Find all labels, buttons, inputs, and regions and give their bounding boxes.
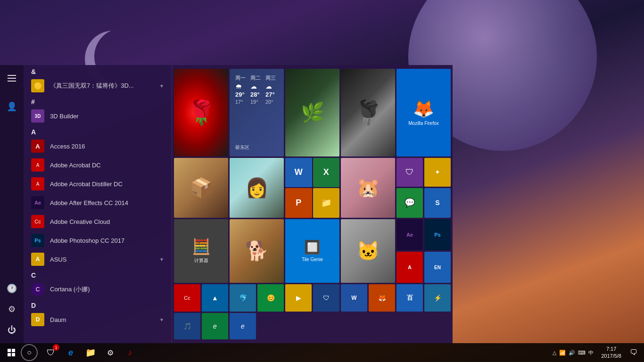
tile-calculator[interactable]: 🧮 计算器 (174, 219, 228, 283)
tray-volume-icon[interactable]: 🔊 (569, 350, 575, 356)
tile-firefox[interactable]: 🦊 Mozilla Firefox (396, 69, 451, 156)
app-item-photoshop[interactable]: Ps Adobe Photoshop CC 2017 (24, 231, 172, 250)
app-item-sanguo[interactable]: 🟡 《真三国无双7：猛将传》3D... ▼ (24, 76, 172, 95)
tile-star-app[interactable]: ✦ (424, 158, 451, 187)
tile-app-blue1[interactable]: ▲ (202, 284, 228, 312)
app-icon-3dbuilder: 3D (31, 109, 44, 123)
tile-en-input-small[interactable]: EN (424, 252, 451, 283)
app-item-3dbuilder[interactable]: 3D 3D Builder (24, 107, 172, 125)
weather-location: 蕲东区 (235, 144, 278, 151)
tile-thunder[interactable]: ⚡ (424, 284, 451, 312)
tile-yellow-app[interactable]: ▶ (285, 284, 312, 312)
tile-weather[interactable]: 周一 🌧 29° 17° 周二 ☁ 28° 19° 周三 (230, 69, 284, 156)
tile-powerpoint[interactable]: P (285, 188, 312, 217)
start-menu: 👤 🕐 ⚙ ⏻ & 🟡 《真三国无双7：猛将传》3D... ▼ # 3D 3D … (0, 65, 453, 343)
taskbar-app-shield[interactable]: 🛡 1 (41, 343, 60, 362)
recent-files-icon[interactable]: 🕐 (2, 279, 21, 298)
tile-genie-icon: 🔲 (304, 239, 321, 255)
user-avatar-icon[interactable]: 👤 (2, 97, 21, 116)
tile-word[interactable]: W (285, 158, 312, 187)
taskbar-app-edge[interactable]: e (61, 343, 80, 362)
svg-rect-3 (12, 353, 15, 356)
taskbar-app-chrome[interactable]: ⚙ (101, 343, 120, 362)
app-label-creativecloud: Adobe Creative Cloud (50, 218, 110, 225)
app-list-panel: & 🟡 《真三国无双7：猛将传》3D... ▼ # 3D 3D Builder … (24, 65, 172, 343)
app-item-daum[interactable]: D Daum ▼ (24, 310, 172, 329)
app-list-scroll[interactable]: & 🟡 《真三国无双7：猛将传》3D... ▼ # 3D 3D Builder … (24, 65, 172, 343)
tile-word-blue[interactable]: W (341, 284, 367, 312)
start-button[interactable] (2, 343, 21, 362)
weather-lo-mon: 17° (235, 99, 243, 105)
app-item-asus[interactable]: A ASUS ▼ (24, 250, 172, 269)
app-icon-daum: D (31, 313, 44, 326)
tile-genie[interactable]: 🔲 Tile Genie (285, 219, 339, 283)
app-icon-photoshop: Ps (31, 234, 44, 247)
tile-catbox-photo[interactable]: 📦 (174, 158, 228, 218)
app-item-distiller[interactable]: A Adobe Acrobat Distiller DC (24, 174, 172, 193)
tile-acrobat-small[interactable]: A (396, 252, 423, 283)
section-d: D (24, 299, 172, 310)
tile-aftereffects-small[interactable]: Ae (396, 219, 423, 250)
svg-rect-0 (8, 349, 11, 352)
taskbar-app-music[interactable]: ♪ (121, 343, 140, 362)
tile-shield-app[interactable]: 🛡 (396, 158, 423, 187)
tile-baidu-input[interactable]: 百 (396, 284, 423, 312)
tray-ime-label[interactable]: 中 (588, 349, 594, 356)
power-icon[interactable]: ⏻ (2, 321, 21, 339)
section-ampersand: & (24, 65, 172, 76)
tile-nature-photo[interactable]: 🌿 (285, 69, 339, 156)
tile-photoshop-small[interactable]: Ps (424, 219, 451, 250)
settings-icon[interactable]: ⚙ (2, 300, 21, 319)
tile-girl-photo[interactable]: 👩 (230, 158, 284, 218)
tile-hamster-photo[interactable]: 🐹 (341, 158, 395, 218)
weather-day-wed: 周三 ☁ 27° 20° (265, 74, 276, 142)
hamburger-menu-icon[interactable] (2, 69, 21, 88)
notification-center-button[interactable]: 🗨 (625, 344, 642, 361)
app-item-cortana[interactable]: C Cortana (小娜) (24, 280, 172, 299)
app-icon-access: A (31, 140, 44, 153)
tile-excel[interactable]: X (313, 158, 340, 187)
weather-lo-wed: 20° (265, 99, 273, 105)
firefox-label: Mozilla Firefox (408, 121, 438, 126)
app-label-asus: ASUS (50, 256, 66, 263)
tile-ie-blue[interactable]: e (230, 313, 256, 339)
app-label-photoshop: Adobe Photoshop CC 2017 (50, 237, 124, 244)
weather-icon-mon: 🌧 (235, 82, 242, 90)
tile-dolphin[interactable]: 🐬 (230, 284, 256, 312)
tile-folder[interactable]: 📁 (313, 188, 340, 217)
tile-rose-bw-photo[interactable]: 🌹 (341, 69, 395, 156)
tile-rose-photo[interactable]: 🌹 (174, 69, 228, 156)
tile-dog-photo[interactable]: 🐕 (230, 219, 284, 283)
search-circle-icon: ○ (27, 348, 32, 357)
app-icon-acrobat: A (31, 158, 44, 172)
system-tray: △ 📶 🔊 ⌨ 中 (549, 349, 597, 356)
app-label-distiller: Adobe Acrobat Distiller DC (50, 181, 123, 188)
app-icon-cortana: C (31, 283, 44, 296)
tray-keyboard-icon[interactable]: ⌨ (578, 350, 586, 356)
tile-kitten-photo[interactable]: 🐱 (341, 219, 395, 283)
tray-arrow-icon[interactable]: △ (553, 350, 556, 356)
tray-network-icon[interactable]: 📶 (559, 350, 566, 356)
tile-wechat[interactable]: 💬 (396, 188, 423, 217)
app-item-access[interactable]: A Access 2016 (24, 137, 172, 156)
weather-hi-mon: 29° (235, 91, 245, 98)
app-item-acrobat[interactable]: A Adobe Acrobat DC (24, 156, 172, 174)
calculator-label: 计算器 (194, 257, 208, 264)
section-hash: # (24, 95, 172, 107)
tile-sougou[interactable]: S (424, 188, 451, 217)
cortana-search-button[interactable]: ○ (21, 344, 38, 361)
app-item-creativecloud[interactable]: Cc Adobe Creative Cloud (24, 212, 172, 231)
section-a: A (24, 125, 172, 137)
clock-time: 7:17 (606, 346, 616, 353)
tile-shield-blue[interactable]: 🛡 (313, 284, 339, 312)
app-item-aftereffects[interactable]: Ae Adobe After Effects CC 2014 (24, 193, 172, 212)
tile-ie-green[interactable]: e (202, 313, 228, 339)
weather-icon-wed: ☁ (265, 82, 272, 90)
tile-creativecloud-small[interactable]: Cc (174, 284, 200, 312)
tile-green-face[interactable]: 😊 (257, 284, 284, 312)
tile-video-player[interactable]: 🎵 (174, 313, 200, 339)
taskbar-clock[interactable]: 7:17 2017/5/8 (597, 346, 625, 360)
weather-hi-tue: 28° (250, 91, 260, 98)
tile-firefox-small[interactable]: 🦊 (369, 284, 395, 312)
taskbar-app-explorer[interactable]: 📁 (81, 343, 100, 362)
